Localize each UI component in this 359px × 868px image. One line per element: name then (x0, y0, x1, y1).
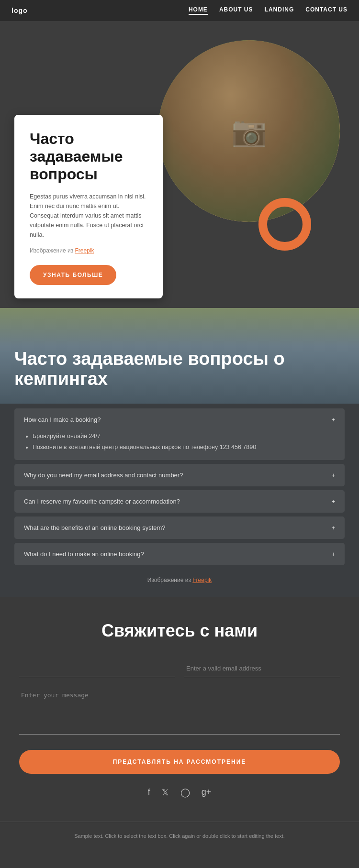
faq-question-4[interactable]: What are the benefits of an online booki… (14, 516, 345, 539)
contact-message-input[interactable] (19, 687, 340, 735)
contact-section: Свяжитесь с нами ПРЕДСТАВЛЯТЬ НА РАССМОТ… (0, 597, 359, 822)
hero-image-credit: Изображение из Freepik (30, 246, 147, 255)
faq-question-1-text: How can I make a booking? (24, 416, 101, 423)
social-facebook-icon[interactable]: f (148, 787, 150, 798)
faq-answer-1: Бронируйте онлайн 24/7 Позвоните в конта… (14, 431, 345, 460)
faq-answer-1-bullet-2: Позвоните в контактный центр национальны… (33, 442, 335, 453)
nav-logo: logo (11, 7, 28, 14)
nav-link-home[interactable]: HOME (189, 6, 208, 15)
hero-section: Часто задаваемые вопросы Egestas purus v… (0, 21, 359, 308)
faq-section: How can I make a booking? + Бронируйте о… (0, 404, 359, 597)
hero-image (158, 40, 340, 222)
faq-freepik-link[interactable]: Freepik (192, 577, 212, 583)
faq-plus-icon-1: + (331, 417, 335, 423)
contact-name-field (19, 660, 175, 677)
social-googleplus-icon[interactable]: g+ (202, 787, 212, 798)
faq-banner: Часто задаваемые вопросы о кемпингах (0, 308, 359, 404)
hero-title: Часто задаваемые вопросы (30, 130, 147, 183)
contact-email-input[interactable] (184, 660, 340, 677)
navbar: logo HOME ABOUT US LANDING CONTACT US (0, 0, 359, 21)
faq-question-2-text: Why do you need my email address and con… (24, 472, 183, 479)
nav-links: HOME ABOUT US LANDING CONTACT US (189, 6, 348, 15)
hero-freepik-link[interactable]: Freepik (75, 247, 94, 254)
social-instagram-icon[interactable]: ◯ (180, 787, 190, 798)
contact-title: Свяжитесь с нами (19, 621, 340, 641)
faq-plus-icon-5: + (331, 551, 335, 557)
faq-item-3: Can I reserve my favourite campsite or a… (14, 490, 345, 513)
social-links: f 𝕏 ◯ g+ (19, 787, 340, 802)
faq-question-5[interactable]: What do I need to make an online booking… (14, 543, 345, 565)
faq-plus-icon-4: + (331, 525, 335, 531)
contact-form-row (19, 660, 340, 677)
contact-submit-button[interactable]: ПРЕДСТАВЛЯТЬ НА РАССМОТРЕНИЕ (19, 750, 340, 774)
faq-question-1[interactable]: How can I make a booking? + (14, 408, 345, 431)
faq-plus-icon-3: + (331, 498, 335, 505)
faq-item-4: What are the benefits of an online booki… (14, 516, 345, 539)
faq-item-5: What do I need to make an online booking… (14, 543, 345, 565)
social-twitter-icon[interactable]: 𝕏 (162, 787, 169, 798)
orange-ring-decoration (258, 198, 311, 251)
nav-link-landing[interactable]: LANDING (265, 6, 294, 15)
faq-item-2: Why do you need my email address and con… (14, 464, 345, 486)
hero-card: Часто задаваемые вопросы Egestas purus v… (14, 115, 163, 298)
hero-learn-more-button[interactable]: УЗНАТЬ БОЛЬШЕ (30, 265, 116, 285)
faq-question-3-text: Can I reserve my favourite campsite or a… (24, 498, 180, 505)
contact-email-field (184, 660, 340, 677)
nav-link-contact[interactable]: CONTACT US (305, 6, 348, 15)
faq-banner-title: Часто задаваемые вопросы о кемпингах (14, 349, 345, 389)
faq-question-5-text: What do I need to make an online booking… (24, 550, 144, 558)
faq-plus-icon-2: + (331, 472, 335, 478)
faq-credit: Изображение из Freepik (14, 569, 345, 587)
faq-item-1: How can I make a booking? + Бронируйте о… (14, 408, 345, 460)
faq-question-2[interactable]: Why do you need my email address and con… (14, 464, 345, 486)
contact-name-input[interactable] (19, 660, 175, 677)
nav-link-about[interactable]: ABOUT US (219, 6, 253, 15)
faq-question-3[interactable]: Can I reserve my favourite campsite or a… (14, 490, 345, 513)
hero-description: Egestas purus viverra accumsan in nisl n… (30, 192, 147, 240)
faq-answer-1-bullet-1: Бронируйте онлайн 24/7 (33, 431, 335, 442)
faq-question-4-text: What are the benefits of an online booki… (24, 524, 166, 531)
footer: Sample text. Click to select the text bo… (0, 822, 359, 855)
footer-text: Sample text. Click to select the text bo… (19, 832, 340, 841)
